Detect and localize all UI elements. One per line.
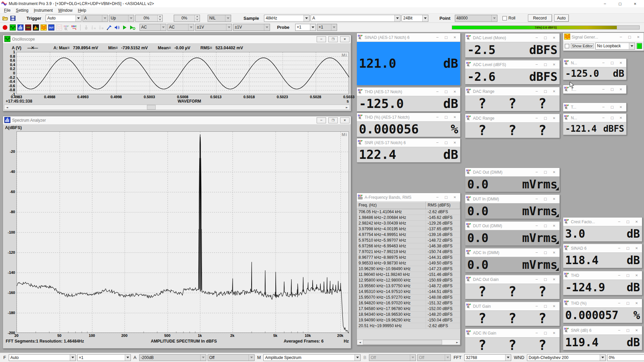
calibration-button[interactable] bbox=[83, 24, 90, 31]
coupling-b-select[interactable]: AC bbox=[167, 24, 194, 31]
oscilloscope-restore-button[interactable]: ❐ bbox=[328, 36, 338, 42]
snr-panel-maximize-button[interactable]: □ bbox=[624, 328, 632, 332]
trigger-delay-spinner[interactable]: 0% bbox=[174, 15, 200, 22]
table-row[interactable]: 706.05 Hz~1.41064 kHz-2.62 dBFS bbox=[357, 209, 460, 215]
thd-pct-aes17-panel-maximize-button[interactable]: □ bbox=[442, 115, 450, 119]
sampling-points-select-arrow-icon[interactable] bbox=[491, 15, 497, 21]
oscilloscope-close-button[interactable]: ✕ bbox=[340, 36, 350, 42]
adc-range-panel-maximize-button[interactable]: □ bbox=[541, 116, 550, 120]
noise-db-panel-close-button[interactable]: ✕ bbox=[616, 61, 625, 65]
range-a-select-arrow-icon[interactable] bbox=[226, 24, 232, 31]
trigger-source-select[interactable]: A bbox=[83, 15, 108, 22]
sinad-panel-title-bar[interactable]: DDPSINAD 6─□✕ bbox=[563, 244, 642, 252]
freq-table-scroll-right-button[interactable]: ► bbox=[454, 340, 460, 345]
table-row[interactable]: 11.96040 kHz~11.98240 kHz-151.46 dBFS bbox=[357, 272, 460, 278]
noise-db-panel-title-bar[interactable]: DDPN...─□✕ bbox=[563, 59, 626, 67]
dut-gain-panel-minimize-button[interactable]: ─ bbox=[532, 304, 541, 308]
ddc-button[interactable]: DDC bbox=[71, 24, 78, 31]
thd-pct-aes17-panel-minimize-button[interactable]: ─ bbox=[433, 115, 442, 119]
channel-a-scale-select[interactable]: -200dB bbox=[139, 354, 206, 361]
table-row[interactable]: 19.94090 kHz~19.96290 kHz-150.04 dBFS bbox=[357, 317, 460, 323]
table-row[interactable]: 18.94340 kHz~18.96530 kHz-148.20 dBFS bbox=[357, 312, 460, 317]
run-auto-button[interactable] bbox=[129, 24, 136, 31]
trigger-mode-select-arrow-icon[interactable] bbox=[75, 15, 81, 21]
save-file-button[interactable] bbox=[9, 15, 16, 22]
coupling-a-select-arrow-icon[interactable] bbox=[160, 24, 166, 31]
channel-b-scale-select[interactable]: Off bbox=[369, 354, 416, 361]
dac-level-panel-title-bar[interactable]: DDPDAC Level (Mono)─□✕ bbox=[465, 34, 559, 42]
dac-range-panel-close-button[interactable]: ✕ bbox=[550, 89, 558, 93]
spectrum-restore-button[interactable]: ❐ bbox=[328, 117, 338, 123]
freq-table-scrollbar[interactable]: ◄► bbox=[357, 340, 460, 345]
spectrum-plot[interactable]: Mi bbox=[16, 131, 349, 333]
oscilloscope-scroll-right-button[interactable]: ► bbox=[344, 105, 350, 110]
table-row[interactable]: 20.51 Hz~19.99950 kHz-2.62 dBFS bbox=[357, 323, 460, 329]
adc-in-gain-panel-title-bar[interactable]: DDPADC IN Gain─□✕ bbox=[465, 329, 559, 337]
menu-help[interactable]: Help bbox=[75, 7, 89, 13]
freq-axis-zoom-select[interactable]: ×1 bbox=[77, 354, 131, 361]
thd-panel-minimize-button[interactable]: ─ bbox=[615, 274, 624, 277]
table-row[interactable]: 13.95560 kHz~13.97750 kHz-148.72 dBFS bbox=[357, 283, 460, 289]
signal-generator-close-button[interactable]: ✕ bbox=[634, 35, 643, 39]
snr-aes17-panel-maximize-button[interactable]: □ bbox=[442, 141, 450, 144]
dac-level-panel-minimize-button[interactable]: ─ bbox=[532, 36, 541, 40]
adc-level-panel-close-button[interactable]: ✕ bbox=[550, 63, 558, 66]
record-button[interactable]: Record bbox=[528, 14, 552, 22]
window-close-button[interactable]: ✕ bbox=[628, 0, 643, 7]
dac-out-gain-panel-title-bar[interactable]: DDPDAC Out Gain─□✕ bbox=[465, 275, 559, 284]
snr-aes17-panel-close-button[interactable]: ✕ bbox=[450, 141, 459, 144]
table-row[interactable]: 8.96777 kHz~8.98975 kHz-144.31 dBFS bbox=[357, 255, 460, 260]
adc-level-panel-title-bar[interactable]: DDPADC Level (dBFS)─□✕ bbox=[465, 60, 559, 69]
menu-setting[interactable]: Setting bbox=[13, 7, 31, 13]
dut-in-dmm-panel-close-button[interactable]: ✕ bbox=[550, 197, 558, 201]
table-row[interactable]: 5.97510 kHz~5.99707 kHz-148.72 dBFS bbox=[357, 238, 460, 243]
oscilloscope-button[interactable] bbox=[9, 24, 16, 31]
dac-out-gain-panel-maximize-button[interactable]: □ bbox=[541, 278, 550, 281]
oscilloscope-scroll-thumb[interactable] bbox=[147, 105, 156, 110]
thd-aes17-panel-title-bar[interactable]: DDPTHD (AES-17 Notch)─□✕ bbox=[357, 87, 460, 96]
trigger-source-select-arrow-icon[interactable] bbox=[102, 15, 108, 21]
signal-generator-maximize-button[interactable]: □ bbox=[625, 35, 634, 39]
noise-dbfs-panel-title-bar[interactable]: DDPN...─□✕ bbox=[563, 114, 626, 122]
thd-collapsed-panel-1-close-button[interactable]: ✕ bbox=[616, 87, 625, 91]
run-button[interactable] bbox=[121, 24, 128, 31]
crest-factor-panel-title-bar[interactable]: DDPCrest Facto...─□✕ bbox=[563, 218, 642, 226]
crest-factor-panel-minimize-button[interactable]: ─ bbox=[615, 220, 624, 224]
table-row[interactable]: 3.97998 kHz~4.00195 kHz-137.65 dBFS bbox=[357, 226, 460, 232]
crest-factor-panel-maximize-button[interactable]: □ bbox=[624, 220, 632, 224]
freq-axis-zoom-select-arrow-icon[interactable] bbox=[125, 355, 130, 361]
table-row[interactable]: 4.97754 kHz~4.99951 kHz-139.16 dBFS bbox=[357, 232, 460, 238]
spectrum-minimize-button[interactable]: ─ bbox=[317, 117, 326, 123]
snr-panel-close-button[interactable]: ✕ bbox=[632, 328, 641, 332]
dac-range-panel-maximize-button[interactable]: □ bbox=[541, 89, 550, 93]
math-mode-select[interactable]: Amplitude Spectrum bbox=[263, 354, 361, 361]
loopback-select[interactable]: No Loopback bbox=[595, 43, 635, 50]
spectrum-title-bar[interactable]: Spectrum Analyzer ─ ❐ ✕ bbox=[3, 116, 351, 125]
thd-panel-close-button[interactable]: ✕ bbox=[632, 274, 641, 277]
dut-in-dmm-panel-maximize-button[interactable]: □ bbox=[541, 197, 550, 201]
loopback-select-arrow-icon[interactable] bbox=[629, 43, 635, 49]
channel-a-scale-select-arrow-icon[interactable] bbox=[200, 355, 206, 361]
noise-dbfs-panel-close-button[interactable]: ✕ bbox=[616, 116, 625, 120]
dut-out-dmm-panel-maximize-button[interactable]: □ bbox=[541, 224, 550, 228]
snr-aes17-panel-minimize-button[interactable]: ─ bbox=[433, 141, 442, 144]
dac-out-dmm-panel-close-button[interactable]: ✕ bbox=[550, 170, 558, 174]
freq-column-header[interactable]: Freq. (Hz) bbox=[357, 202, 426, 209]
menu-file[interactable]: File bbox=[1, 7, 13, 13]
sinad-aes17-panel-minimize-button[interactable]: ─ bbox=[433, 36, 442, 39]
thd-collapsed-panel-1-minimize-button[interactable]: ─ bbox=[599, 87, 608, 91]
freq-axis-mode-select-arrow-icon[interactable] bbox=[70, 355, 75, 361]
fft-size-select[interactable]: 32768 bbox=[464, 354, 511, 361]
device-test-plan-button[interactable]: DUT bbox=[48, 24, 55, 31]
oscilloscope-scroll-left-button[interactable]: ◄ bbox=[4, 105, 10, 110]
thd-panel-title-bar[interactable]: DDPTHD─□✕ bbox=[563, 271, 642, 280]
trigger-delay-spinner-up-icon[interactable] bbox=[195, 15, 200, 18]
table-row[interactable]: 1.98486 kHz~2.00684 kHz-145.62 dBFS bbox=[357, 215, 460, 221]
rms-column-header[interactable]: RMS (dBFS) bbox=[426, 202, 460, 209]
table-row[interactable]: 2.98242 kHz~3.00439 kHz-129.26 dBFS bbox=[357, 221, 460, 226]
adc-in-gain-panel-close-button[interactable]: ✕ bbox=[550, 331, 558, 335]
probe-b-select[interactable]: ×1 bbox=[317, 24, 337, 31]
dut-gain-panel-title-bar[interactable]: DDPDUT Gain─□✕ bbox=[465, 302, 559, 310]
sampling-channel-select-arrow-icon[interactable] bbox=[394, 15, 400, 21]
sampling-channel-select[interactable]: A bbox=[311, 15, 400, 22]
